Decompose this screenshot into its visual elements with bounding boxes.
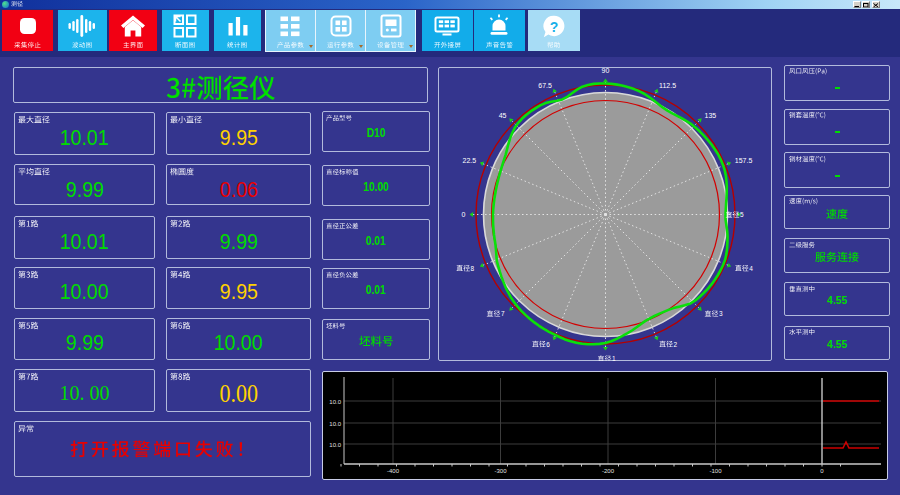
svg-text:10.0: 10.0 [329,399,341,405]
svg-text:10.0: 10.0 [329,421,341,427]
svg-text:7: 7 [501,310,505,317]
svg-text:-200: -200 [602,468,615,474]
svg-text:8: 8 [471,265,475,272]
svg-text:67.5: 67.5 [538,82,552,89]
svg-text:4: 4 [749,265,753,272]
svg-text:0: 0 [820,468,824,474]
svg-text:-400: -400 [387,468,400,474]
svg-text:1: 1 [612,355,616,361]
svg-text:45: 45 [499,112,507,119]
svg-text:6: 6 [546,341,550,348]
svg-text:2: 2 [674,341,678,348]
svg-text:157.5: 157.5 [735,157,753,164]
svg-text:5: 5 [740,211,744,218]
svg-text:112.5: 112.5 [659,82,676,89]
svg-text:10.0: 10.0 [329,442,341,448]
svg-text:-100: -100 [709,468,722,474]
svg-text:22.5: 22.5 [463,157,477,164]
svg-text:135: 135 [705,112,717,119]
svg-text:0: 0 [462,211,466,218]
svg-text:3: 3 [719,310,723,317]
svg-text:?: ? [549,19,558,35]
svg-text:90: 90 [602,67,610,74]
svg-text:-300: -300 [494,468,507,474]
